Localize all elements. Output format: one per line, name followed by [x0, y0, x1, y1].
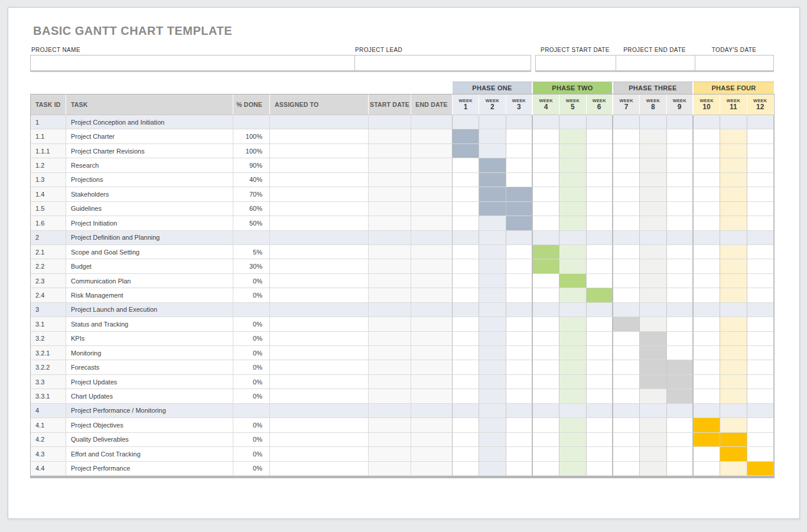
end-date-cell[interactable] — [411, 274, 453, 288]
project-end-date-input[interactable] — [616, 56, 695, 70]
week-cell-7[interactable] — [613, 418, 640, 432]
task-id-cell[interactable]: 1.5 — [31, 202, 66, 216]
week-cell-7[interactable] — [613, 158, 640, 172]
start-date-cell[interactable] — [369, 187, 411, 201]
task-cell[interactable]: Forecasts — [66, 360, 233, 374]
week-cell-8[interactable] — [640, 404, 666, 418]
assigned-to-cell[interactable] — [270, 303, 369, 317]
assigned-to-cell[interactable] — [270, 346, 369, 360]
week-cell-2[interactable] — [479, 404, 506, 418]
end-date-cell[interactable] — [411, 129, 453, 143]
week-cell-12[interactable] — [747, 245, 774, 259]
assigned-to-cell[interactable] — [270, 202, 369, 216]
end-date-cell[interactable] — [411, 389, 453, 403]
week-cell-7[interactable] — [613, 288, 640, 302]
task-cell[interactable]: Project Charter — [66, 129, 233, 143]
week-cell-8[interactable] — [640, 433, 666, 447]
week-cell-5[interactable] — [559, 433, 586, 447]
week-cell-9[interactable] — [667, 288, 694, 302]
start-date-cell[interactable] — [369, 115, 411, 129]
week-cell-8[interactable] — [640, 462, 666, 476]
week-cell-8[interactable] — [640, 216, 666, 230]
week-cell-5[interactable] — [559, 259, 586, 273]
task-id-cell[interactable]: 4.1 — [31, 418, 66, 432]
start-date-cell[interactable] — [369, 231, 411, 245]
week-cell-12[interactable] — [747, 231, 774, 245]
start-date-cell[interactable] — [369, 129, 411, 143]
task-cell[interactable]: Effort and Cost Tracking — [66, 447, 233, 461]
week-cell-4[interactable] — [533, 360, 559, 374]
project-start-date-input[interactable] — [536, 56, 616, 70]
percent-done-cell[interactable]: 40% — [233, 173, 270, 187]
end-date-cell[interactable] — [411, 346, 453, 360]
week-cell-3[interactable] — [506, 317, 533, 331]
week-cell-7[interactable] — [613, 433, 640, 447]
week-cell-8[interactable] — [640, 245, 666, 259]
start-date-cell[interactable] — [369, 389, 411, 403]
week-cell-10[interactable] — [694, 245, 720, 259]
percent-done-cell[interactable]: 0% — [233, 274, 270, 288]
week-cell-5[interactable] — [559, 317, 586, 331]
gantt-bar-cell-week-2[interactable] — [479, 187, 506, 201]
week-cell-1[interactable] — [453, 259, 479, 273]
percent-done-cell[interactable]: 0% — [233, 462, 270, 476]
gantt-bar-cell-week-1[interactable] — [453, 129, 479, 143]
percent-done-cell[interactable]: 0% — [233, 433, 270, 447]
week-cell-9[interactable] — [667, 158, 694, 172]
week-cell-5[interactable] — [559, 245, 586, 259]
week-cell-8[interactable] — [640, 187, 666, 201]
week-cell-7[interactable] — [613, 462, 640, 476]
week-cell-4[interactable] — [533, 447, 559, 461]
week-cell-10[interactable] — [694, 216, 720, 230]
end-date-cell[interactable] — [411, 259, 453, 273]
task-cell[interactable]: Quality Deliverables — [66, 433, 233, 447]
week-cell-6[interactable] — [587, 259, 613, 273]
gantt-bar-cell-week-11[interactable] — [720, 447, 747, 461]
week-cell-5[interactable] — [559, 375, 586, 389]
week-cell-2[interactable] — [479, 433, 506, 447]
task-cell[interactable]: Project Performance — [66, 462, 233, 476]
week-cell-10[interactable] — [694, 317, 720, 331]
week-cell-6[interactable] — [587, 389, 613, 403]
week-cell-8[interactable] — [640, 389, 666, 403]
week-cell-12[interactable] — [747, 187, 774, 201]
week-cell-7[interactable] — [613, 389, 640, 403]
week-cell-3[interactable] — [506, 418, 533, 432]
start-date-cell[interactable] — [369, 173, 411, 187]
assigned-to-cell[interactable] — [270, 187, 369, 201]
week-cell-10[interactable] — [694, 346, 720, 360]
assigned-to-cell[interactable] — [270, 462, 369, 476]
week-cell-5[interactable] — [559, 144, 586, 158]
week-cell-11[interactable] — [720, 173, 747, 187]
percent-done-cell[interactable]: 70% — [233, 187, 270, 201]
assigned-to-cell[interactable] — [270, 129, 369, 143]
week-cell-5[interactable] — [559, 447, 586, 461]
week-cell-10[interactable] — [694, 173, 720, 187]
week-cell-1[interactable] — [453, 115, 479, 129]
task-id-cell[interactable]: 1.1.1 — [31, 144, 66, 158]
task-cell[interactable]: Project Charter Revisions — [66, 144, 233, 158]
task-cell[interactable]: Project Definition and Planning — [66, 231, 233, 245]
end-date-cell[interactable] — [411, 245, 453, 259]
assigned-to-cell[interactable] — [270, 216, 369, 230]
week-cell-2[interactable] — [479, 346, 506, 360]
assigned-to-cell[interactable] — [270, 173, 369, 187]
week-cell-9[interactable] — [667, 231, 694, 245]
assigned-to-cell[interactable] — [270, 288, 369, 302]
task-cell[interactable]: Research — [66, 158, 233, 172]
week-cell-3[interactable] — [506, 433, 533, 447]
week-cell-6[interactable] — [587, 158, 613, 172]
gantt-bar-cell-week-9[interactable] — [667, 360, 694, 374]
week-cell-12[interactable] — [747, 404, 774, 418]
week-cell-5[interactable] — [559, 216, 586, 230]
week-cell-2[interactable] — [479, 418, 506, 432]
end-date-cell[interactable] — [411, 360, 453, 374]
gantt-bar-cell-week-4[interactable] — [533, 245, 559, 259]
percent-done-cell[interactable] — [233, 404, 270, 418]
week-cell-7[interactable] — [613, 173, 640, 187]
week-cell-4[interactable] — [533, 187, 559, 201]
gantt-bar-cell-week-10[interactable] — [694, 418, 720, 432]
week-cell-7[interactable] — [613, 404, 640, 418]
week-cell-4[interactable] — [533, 332, 559, 346]
task-cell[interactable]: Risk Management — [66, 288, 233, 302]
